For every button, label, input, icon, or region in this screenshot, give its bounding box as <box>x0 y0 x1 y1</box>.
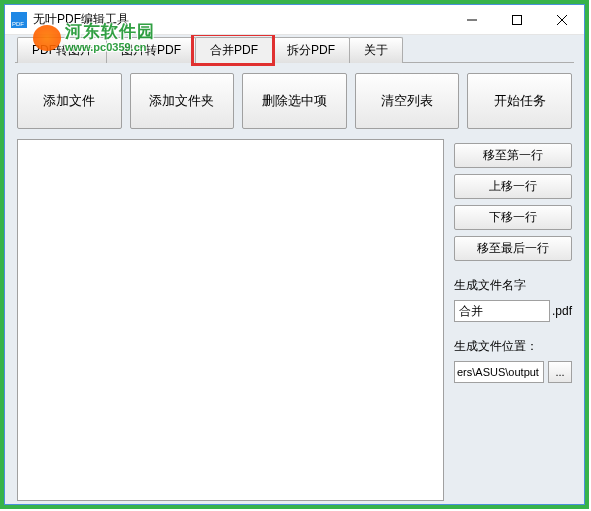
minimize-button[interactable] <box>449 5 494 34</box>
file-list[interactable] <box>17 139 444 501</box>
app-window: 无叶PDF编辑工具 河东软件园 www.pc0359.cn PDF转图片 图片转… <box>4 4 585 505</box>
side-column: 移至第一行 上移一行 下移一行 移至最后一行 生成文件名字 .pdf 生成文件位… <box>454 139 572 501</box>
tab-image-to-pdf[interactable]: 图片转PDF <box>106 37 196 63</box>
move-first-button[interactable]: 移至第一行 <box>454 143 572 168</box>
close-button[interactable] <box>539 5 584 34</box>
clear-list-button[interactable]: 清空列表 <box>355 73 460 129</box>
tab-merge-pdf[interactable]: 合并PDF <box>195 37 273 63</box>
tab-about[interactable]: 关于 <box>349 37 403 63</box>
tabs-row: PDF转图片 图片转PDF 合并PDF 拆分PDF 关于 <box>5 35 584 63</box>
output-name-label: 生成文件名字 <box>454 277 572 294</box>
move-down-button[interactable]: 下移一行 <box>454 205 572 230</box>
maximize-button[interactable] <box>494 5 539 34</box>
add-file-button[interactable]: 添加文件 <box>17 73 122 129</box>
titlebar: 无叶PDF编辑工具 <box>5 5 584 35</box>
move-up-button[interactable]: 上移一行 <box>454 174 572 199</box>
action-row: 添加文件 添加文件夹 删除选中项 清空列表 开始任务 <box>15 73 574 139</box>
tab-pdf-to-image[interactable]: PDF转图片 <box>17 37 107 63</box>
tab-panel: 添加文件 添加文件夹 删除选中项 清空列表 开始任务 移至第一行 上移一行 下移… <box>15 62 574 501</box>
content-area: PDF转图片 图片转PDF 合并PDF 拆分PDF 关于 添加文件 添加文件夹 … <box>5 35 584 504</box>
start-task-button[interactable]: 开始任务 <box>467 73 572 129</box>
move-last-button[interactable]: 移至最后一行 <box>454 236 572 261</box>
window-title: 无叶PDF编辑工具 <box>33 11 449 28</box>
add-folder-button[interactable]: 添加文件夹 <box>130 73 235 129</box>
output-location-input[interactable] <box>454 361 544 383</box>
browse-button[interactable]: ... <box>548 361 572 383</box>
tab-split-pdf[interactable]: 拆分PDF <box>272 37 350 63</box>
output-location-label: 生成文件位置： <box>454 338 572 355</box>
output-name-input[interactable] <box>454 300 550 322</box>
svg-rect-1 <box>512 15 521 24</box>
output-ext-label: .pdf <box>552 304 572 318</box>
app-icon <box>11 12 27 28</box>
delete-selected-button[interactable]: 删除选中项 <box>242 73 347 129</box>
